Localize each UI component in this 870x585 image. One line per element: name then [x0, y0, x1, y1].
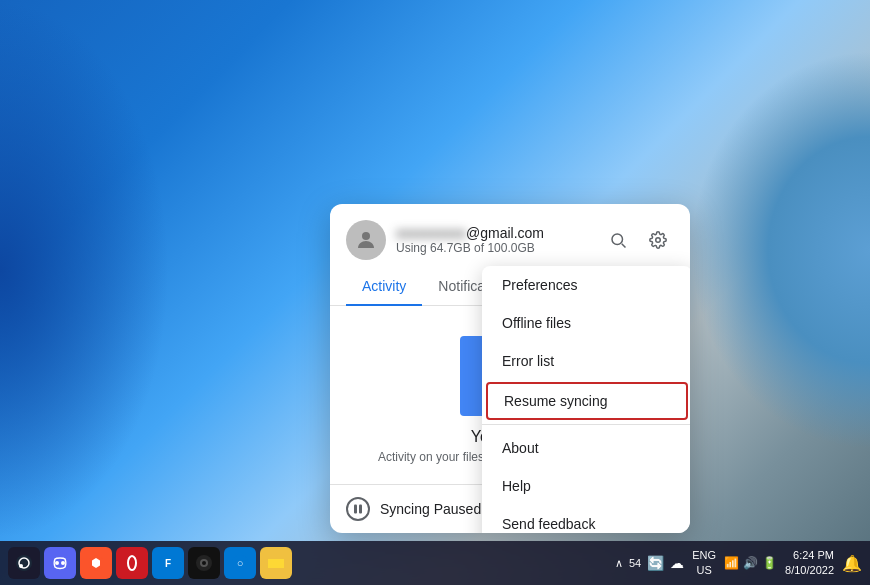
menu-separator-1 — [482, 424, 690, 425]
taskbar-icon-opera[interactable] — [116, 547, 148, 579]
svg-point-0 — [362, 232, 370, 240]
email-blurred: xxxxxxxxxx — [396, 225, 466, 241]
tab-activity[interactable]: Activity — [346, 268, 422, 306]
avatar — [346, 220, 386, 260]
account-email: xxxxxxxxxx@gmail.com — [396, 225, 592, 241]
taskbar: F ○ — [0, 541, 870, 585]
tray-icons: 📶 🔊 🔋 — [724, 556, 777, 570]
header-actions — [602, 224, 674, 256]
clock[interactable]: 6:24 PM 8/10/2022 — [785, 548, 834, 579]
taskbar-icon-folder[interactable] — [260, 547, 292, 579]
battery-icon: 🔋 — [762, 556, 777, 570]
search-button[interactable] — [602, 224, 634, 256]
svg-point-12 — [19, 564, 23, 568]
email-domain: @gmail.com — [466, 225, 544, 241]
time: 6:24 PM — [785, 548, 834, 563]
svg-point-1 — [612, 234, 623, 245]
pause-icon — [346, 497, 370, 521]
svg-point-23 — [202, 561, 206, 565]
taskbar-icon-app5[interactable] — [188, 547, 220, 579]
menu-item-preferences[interactable]: Preferences — [482, 266, 690, 304]
locale-lang: ENG — [692, 548, 716, 563]
taskbar-icon-fortect[interactable]: F — [152, 547, 184, 579]
sync-icon: 🔄 — [647, 555, 664, 571]
taskbar-icon-discord[interactable] — [44, 547, 76, 579]
volume-icon: 🔊 — [743, 556, 758, 570]
taskbar-right: ∧ 54 🔄 ☁ ENG US 📶 🔊 🔋 6:24 PM 8/10/2022 … — [615, 548, 862, 579]
taskbar-icon-steam[interactable] — [8, 547, 40, 579]
taskbar-icon-app6[interactable]: ○ — [224, 547, 256, 579]
menu-item-resume-syncing[interactable]: Resume syncing — [486, 382, 688, 420]
svg-point-14 — [61, 561, 65, 565]
notification-icon[interactable]: 🔔 — [842, 554, 862, 573]
svg-point-17 — [124, 555, 140, 571]
drive-panel: xxxxxxxxxx@gmail.com Using 64.7GB of 100… — [330, 204, 690, 533]
svg-text:F: F — [165, 558, 171, 569]
tray-expand[interactable]: ∧ — [615, 557, 623, 570]
account-info: xxxxxxxxxx@gmail.com Using 64.7GB of 100… — [396, 225, 592, 255]
menu-item-send-feedback[interactable]: Send feedback — [482, 505, 690, 533]
desktop: xxxxxxxxxx@gmail.com Using 64.7GB of 100… — [0, 0, 870, 585]
wifi-icon: 📶 — [724, 556, 739, 570]
svg-rect-9 — [359, 505, 362, 514]
cloud-tray-icon: ☁ — [670, 555, 684, 571]
wave-decoration — [690, 50, 870, 450]
menu-item-offline-files[interactable]: Offline files — [482, 304, 690, 342]
svg-point-3 — [656, 238, 661, 243]
wave-left — [0, 0, 170, 540]
search-icon — [609, 231, 627, 249]
settings-button[interactable] — [642, 224, 674, 256]
account-storage: Using 64.7GB of 100.0GB — [396, 241, 592, 255]
svg-line-2 — [622, 244, 626, 248]
date: 8/10/2022 — [785, 563, 834, 578]
systray: ∧ 54 🔄 ☁ — [615, 555, 684, 571]
dropdown-menu: Preferences Offline files Error list Res… — [482, 266, 690, 533]
svg-text:○: ○ — [237, 557, 244, 569]
footer-status: Syncing Paused — [380, 501, 481, 517]
menu-item-about[interactable]: About — [482, 429, 690, 467]
svg-point-13 — [55, 561, 59, 565]
panel-header: xxxxxxxxxx@gmail.com Using 64.7GB of 100… — [330, 204, 690, 268]
gear-icon — [649, 231, 667, 249]
locale: ENG US — [692, 548, 716, 579]
tray-count: 54 — [629, 557, 641, 569]
menu-item-help[interactable]: Help — [482, 467, 690, 505]
locale-region: US — [692, 563, 716, 578]
taskbar-left: F ○ — [8, 547, 292, 579]
menu-item-error-list[interactable]: Error list — [482, 342, 690, 380]
taskbar-icon-brave[interactable] — [80, 547, 112, 579]
svg-rect-8 — [354, 505, 357, 514]
